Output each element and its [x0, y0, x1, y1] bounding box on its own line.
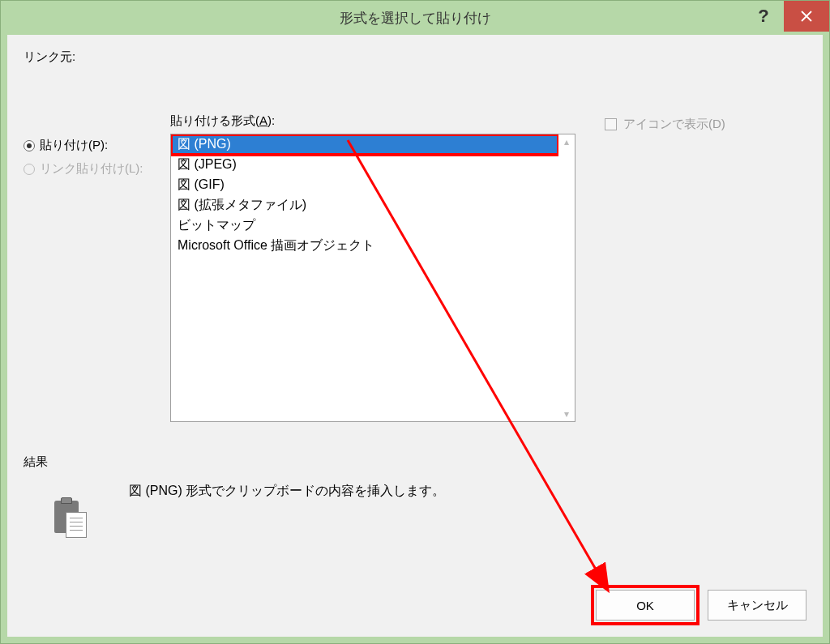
paste-special-dialog: 形式を選択して貼り付け ? リンク元: 貼り付け(P): [0, 0, 830, 644]
checkbox-icon [605, 118, 617, 130]
help-button[interactable]: ? [743, 1, 784, 32]
list-item[interactable]: 図 (PNG) [171, 134, 558, 155]
help-icon: ? [758, 6, 768, 27]
scroll-up-icon: ▴ [564, 136, 569, 147]
result-description: 図 (PNG) 形式でクリップボードの内容を挿入します。 [129, 483, 445, 500]
close-button[interactable] [784, 1, 829, 32]
radio-icon [24, 140, 35, 151]
dialog-body: リンク元: 貼り付け(P): リンク貼り付け(L): 貼り付ける形式(A): [7, 35, 823, 637]
close-icon [800, 10, 813, 23]
paste-radio-label: 貼り付け(P): [40, 138, 108, 153]
list-item[interactable]: 図 (拡張メタファイル) [171, 195, 558, 215]
link-source-label: リンク元: [24, 49, 75, 63]
scroll-down-icon: ▾ [564, 408, 569, 420]
format-listbox[interactable]: 図 (PNG) 図 (JPEG) 図 (GIF) 図 (拡張メタファイル) ビッ… [170, 134, 575, 422]
link-paste-radio-label: リンク貼り付け(L): [40, 161, 143, 177]
cancel-button[interactable]: キャンセル [708, 590, 806, 621]
list-item[interactable]: Microsoft Office 描画オブジェクト [171, 236, 558, 256]
as-icon-checkbox-row: アイコンで表示(D) [605, 117, 725, 132]
list-item[interactable]: 図 (GIF) [171, 175, 558, 195]
format-list-label: 貼り付ける形式(A): [170, 113, 575, 129]
titlebar: 形式を選択して貼り付け ? [1, 1, 829, 35]
radio-icon [24, 164, 35, 175]
dialog-title: 形式を選択して貼り付け [1, 9, 829, 28]
paste-radio-row[interactable]: 貼り付け(P): [24, 138, 157, 153]
scrollbar[interactable]: ▴ ▾ [558, 134, 575, 421]
list-item[interactable]: ビットマップ [171, 215, 558, 236]
list-item[interactable]: 図 (JPEG) [171, 155, 558, 175]
ok-button[interactable]: OK [596, 590, 695, 621]
result-heading: 結果 [24, 454, 806, 470]
as-icon-label: アイコンで表示(D) [623, 117, 725, 132]
clipboard-icon [54, 499, 88, 538]
link-paste-radio-row: リンク貼り付け(L): [24, 161, 157, 177]
